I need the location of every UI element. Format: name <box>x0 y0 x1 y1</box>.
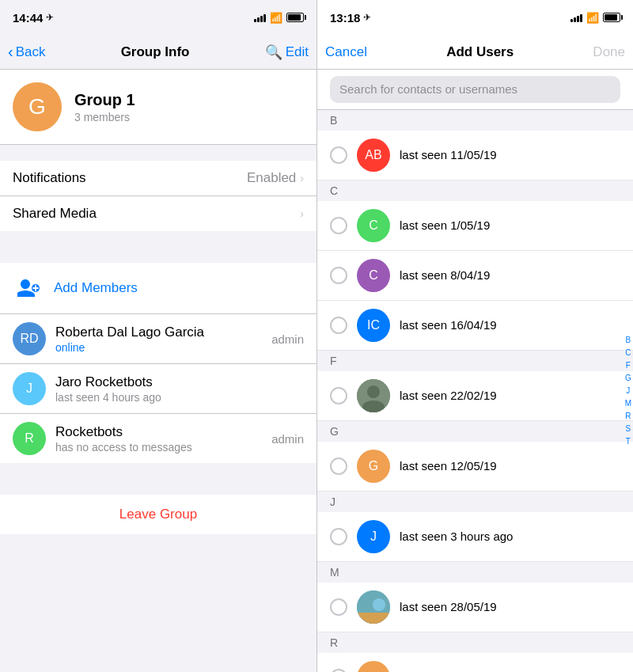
contact-row-5[interactable]: G last seen 12/05/19 <box>317 442 633 492</box>
alpha-T[interactable]: T <box>625 436 631 447</box>
nav-bar-right: Cancel Add Users Done <box>317 35 633 70</box>
contact-initials-6: J <box>370 530 377 544</box>
search-bar: Search for contacts or usernames <box>317 70 633 110</box>
group-members-count: 3 members <box>74 111 135 123</box>
alpha-G[interactable]: G <box>625 373 631 384</box>
section-gap-1 <box>0 145 316 161</box>
member-row-1[interactable]: J Jaro Rocketbots last seen 4 hours ago <box>0 364 316 414</box>
svg-point-4 <box>367 385 380 398</box>
contact-radio-4[interactable] <box>330 387 347 404</box>
group-avatar: G <box>13 82 62 131</box>
contact-info-0: last seen 11/05/19 <box>400 148 620 162</box>
member-avatar-1: J <box>13 372 46 405</box>
member-info-0: Roberta Dal Lago Garcia online <box>55 325 262 354</box>
location-icon-left: ✈ <box>46 12 54 23</box>
member-avatar-2: R <box>13 422 46 455</box>
left-panel: 14:44 ✈ 📶 ‹ Back Group Info 🔍 Edit <box>0 0 316 672</box>
contact-radio-7[interactable] <box>330 598 347 616</box>
member-status-0: online <box>55 341 262 354</box>
add-members-icon <box>13 272 44 304</box>
search-placeholder[interactable]: Search for contacts or usernames <box>339 82 517 96</box>
contact-row-1[interactable]: C last seen 1/05/19 <box>317 201 633 251</box>
contact-radio-0[interactable] <box>330 146 347 164</box>
settings-section: Notifications Enabled › Shared Media › <box>0 161 316 231</box>
contact-lastseen-4: last seen 22/02/19 <box>400 389 497 402</box>
contact-lastseen-5: last seen 12/05/19 <box>400 459 497 473</box>
contact-radio-3[interactable] <box>330 317 347 334</box>
contact-avatar-8: R <box>357 661 390 672</box>
svg-rect-7 <box>357 613 390 624</box>
contact-row-2[interactable]: C last seen 8/04/19 <box>317 251 633 301</box>
back-button[interactable]: ‹ Back <box>8 44 45 61</box>
section-header-R: R <box>317 632 633 653</box>
group-info-header: G Group 1 3 members <box>0 70 316 145</box>
wifi-icon: 📶 <box>270 12 282 24</box>
search-input-wrapper[interactable]: Search for contacts or usernames <box>330 76 620 103</box>
section-header-F: F <box>317 351 633 371</box>
nav-bar-left: ‹ Back Group Info 🔍 Edit <box>0 35 316 70</box>
section-header-J: J <box>317 492 633 512</box>
member-row-2[interactable]: R Rocketbots has no access to messages a… <box>0 414 316 463</box>
section-header-C: C <box>317 180 633 201</box>
status-bar-right: 13:18 ✈ 📶 <box>317 0 633 35</box>
member-info-2: Rocketbots has no access to messages <box>55 424 262 454</box>
contact-radio-5[interactable] <box>330 457 347 475</box>
edit-button[interactable]: Edit <box>286 44 309 60</box>
contact-info-3: last seen 16/04/19 <box>400 318 620 332</box>
back-label[interactable]: Back <box>16 44 46 60</box>
alpha-B[interactable]: B <box>625 335 631 346</box>
contact-info-5: last seen 12/05/19 <box>400 459 620 473</box>
member-role-2: admin <box>271 432 304 446</box>
notifications-row[interactable]: Notifications Enabled › <box>0 161 316 196</box>
add-members-label[interactable]: Add Members <box>54 280 138 296</box>
search-icon[interactable]: 🔍 <box>265 44 282 61</box>
contact-avatar-2: C <box>357 259 390 292</box>
signal-icon <box>254 13 266 22</box>
notifications-value-text: Enabled <box>247 170 296 186</box>
contact-radio-8[interactable] <box>330 669 347 672</box>
contact-radio-2[interactable] <box>330 267 347 284</box>
shared-media-value: › <box>300 207 304 220</box>
alpha-F[interactable]: F <box>625 360 631 371</box>
contact-row-8[interactable]: R last seen 27/05/19 <box>317 653 633 672</box>
section-header-B: B <box>317 110 633 131</box>
member-name-1: Jaro Rocketbots <box>55 374 294 390</box>
contact-lastseen-7: last seen 28/05/19 <box>400 600 497 613</box>
contact-avatar-4 <box>357 379 390 412</box>
leave-group-button[interactable]: Leave Group <box>119 507 197 522</box>
alpha-R[interactable]: R <box>625 411 631 422</box>
contacts-list: B AB last seen 11/05/19 C C last seen 1/… <box>317 110 633 672</box>
contact-row-0[interactable]: AB last seen 11/05/19 <box>317 131 633 180</box>
done-button[interactable]: Done <box>593 44 625 60</box>
alpha-S[interactable]: S <box>625 423 631 435</box>
member-name-2: Rocketbots <box>55 424 262 440</box>
alpha-C[interactable]: C <box>625 347 631 359</box>
time-right: 13:18 <box>330 11 360 25</box>
status-bar-left: 14:44 ✈ 📶 <box>0 0 316 35</box>
status-icons-left: 📶 <box>254 12 304 24</box>
page-title-right: Add Users <box>446 44 514 60</box>
contact-row-7[interactable]: last seen 28/05/19 <box>317 583 633 632</box>
contact-row-3[interactable]: IC last seen 16/04/19 <box>317 301 633 351</box>
notifications-label: Notifications <box>13 170 86 186</box>
shared-media-row[interactable]: Shared Media › <box>0 196 316 231</box>
alpha-M[interactable]: M <box>625 398 631 409</box>
contact-initials-1: C <box>369 218 378 233</box>
chevron-right-icon: › <box>300 172 304 184</box>
member-row-0[interactable]: RD Roberta Dal Lago Garcia online admin <box>0 314 316 364</box>
group-name: Group 1 <box>74 91 135 109</box>
group-meta: Group 1 3 members <box>74 91 135 123</box>
cancel-button[interactable]: Cancel <box>325 44 367 60</box>
contact-row-6[interactable]: J last seen 3 hours ago <box>317 512 633 562</box>
member-initials-1: J <box>26 382 32 396</box>
contact-info-1: last seen 1/05/19 <box>400 218 620 233</box>
contact-lastseen-1: last seen 1/05/19 <box>400 218 490 232</box>
contact-radio-1[interactable] <box>330 217 347 234</box>
battery-icon <box>286 13 304 22</box>
add-members-button[interactable]: Add Members <box>0 263 316 314</box>
section-gap-3 <box>0 463 316 479</box>
alpha-J[interactable]: J <box>625 385 631 397</box>
contact-row-4[interactable]: last seen 22/02/19 <box>317 371 633 421</box>
wifi-icon-right: 📶 <box>586 12 599 24</box>
contact-radio-6[interactable] <box>330 528 347 545</box>
